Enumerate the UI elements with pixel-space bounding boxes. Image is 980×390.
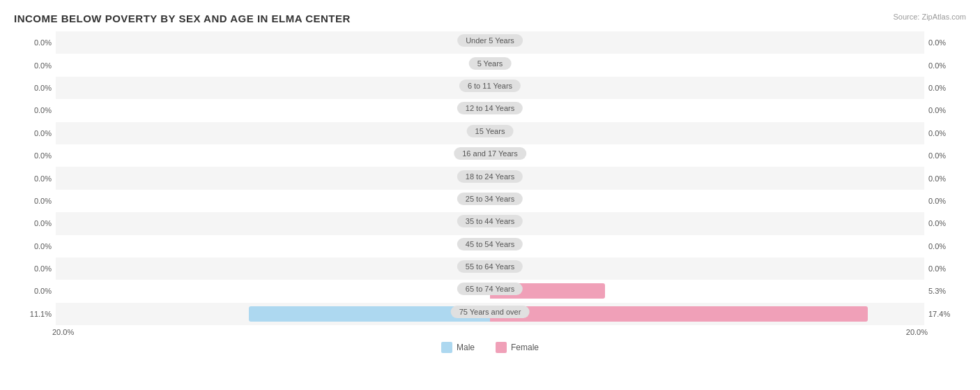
right-half-7 [490,190,924,212]
right-value-10: 0.0% [924,257,966,280]
left-half-12 [56,303,490,325]
right-value-6: 0.0% [924,167,966,189]
left-half-2 [56,77,490,99]
right-half-4 [490,122,924,144]
left-value-9: 0.0% [14,235,56,257]
left-values-column: 0.0%0.0%0.0%0.0%0.0%0.0%0.0%0.0%0.0%0.0%… [14,31,56,325]
right-value-2: 0.0% [924,77,966,99]
right-value-12: 17.4% [924,303,966,325]
axis-label-right: 20.0% [906,328,928,336]
right-half-0 [490,31,924,54]
legend: Male Female [14,342,966,353]
chart-row-8: 35 to 44 Years [56,212,924,234]
right-half-2 [490,77,924,99]
right-value-8: 0.0% [924,212,966,234]
left-half-6 [56,167,490,189]
right-half-6 [490,167,924,189]
left-half-11 [56,280,490,302]
legend-female-label: Female [511,343,539,352]
chart-row-9: 45 to 54 Years [56,235,924,257]
left-half-8 [56,212,490,234]
right-value-1: 0.0% [924,54,966,76]
left-half-1 [56,54,490,76]
left-value-5: 0.0% [14,144,56,167]
legend-male: Male [441,342,475,353]
right-half-1 [490,54,924,76]
legend-female-box [496,342,507,353]
left-value-4: 0.0% [14,122,56,144]
left-half-3 [56,99,490,121]
left-value-12: 11.1% [14,303,56,325]
right-half-10 [490,257,924,280]
legend-male-label: Male [457,343,475,352]
right-half-9 [490,235,924,257]
chart-row-5: 16 and 17 Years [56,144,924,167]
chart-container: INCOME BELOW POVERTY BY SEX AND AGE IN E… [0,0,980,390]
source-text: Source: ZipAtlas.com [893,13,966,21]
left-half-7 [56,190,490,212]
left-value-11: 0.0% [14,280,56,302]
right-values-column: 0.0%0.0%0.0%0.0%0.0%0.0%0.0%0.0%0.0%0.0%… [924,31,966,325]
left-value-3: 0.0% [14,99,56,121]
chart-inner: Under 5 Years5 Years6 to 11 Years12 to 1… [56,31,924,325]
right-value-5: 0.0% [924,144,966,167]
left-half-9 [56,235,490,257]
chart-row-0: Under 5 Years [56,31,924,54]
axis-labels: 20.0% 20.0% [14,328,966,336]
chart-row-6: 18 to 24 Years [56,167,924,189]
chart-row-2: 6 to 11 Years [56,77,924,99]
right-value-4: 0.0% [924,122,966,144]
right-value-9: 0.0% [924,235,966,257]
chart-row-1: 5 Years [56,54,924,76]
chart-row-7: 25 to 34 Years [56,190,924,212]
right-half-3 [490,99,924,121]
main-chart-area: 0.0%0.0%0.0%0.0%0.0%0.0%0.0%0.0%0.0%0.0%… [14,31,966,325]
legend-female: Female [496,342,539,353]
right-half-8 [490,212,924,234]
left-half-0 [56,31,490,54]
left-half-4 [56,122,490,144]
chart-row-10: 55 to 64 Years [56,257,924,280]
right-value-11: 5.3% [924,280,966,302]
chart-row-4: 15 Years [56,122,924,144]
left-value-2: 0.0% [14,77,56,99]
bar-female-12 [490,306,868,322]
right-half-5 [490,144,924,167]
bar-male-12 [249,306,490,322]
axis-label-left: 20.0% [52,328,74,336]
legend-male-box [441,342,452,353]
left-value-6: 0.0% [14,167,56,189]
right-value-0: 0.0% [924,31,966,54]
right-value-3: 0.0% [924,99,966,121]
chart-title: INCOME BELOW POVERTY BY SEX AND AGE IN E… [14,13,966,24]
chart-row-3: 12 to 14 Years [56,99,924,121]
chart-row-12: 75 Years and over [56,303,924,325]
left-value-1: 0.0% [14,54,56,76]
left-value-8: 0.0% [14,212,56,234]
left-value-7: 0.0% [14,190,56,212]
right-value-7: 0.0% [924,190,966,212]
chart-row-11: 65 to 74 Years [56,280,924,302]
bar-female-11 [490,283,605,299]
left-half-5 [56,144,490,167]
left-value-0: 0.0% [14,31,56,54]
left-half-10 [56,257,490,280]
left-value-10: 0.0% [14,257,56,280]
right-half-12 [490,303,924,325]
right-half-11 [490,280,924,302]
